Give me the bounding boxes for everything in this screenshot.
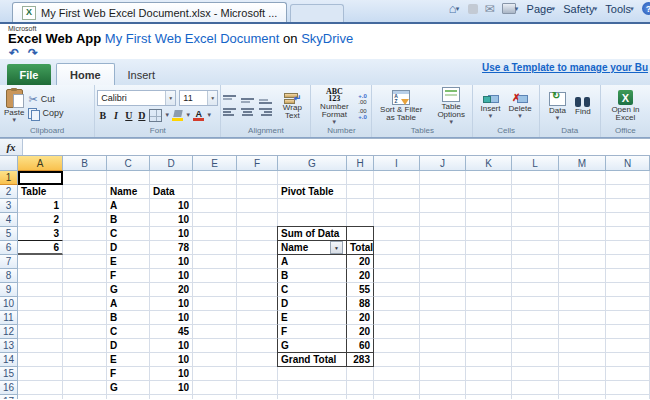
cell-C1[interactable] xyxy=(107,171,150,185)
cell-F3[interactable] xyxy=(237,199,278,213)
cell-H3[interactable] xyxy=(347,199,374,213)
cell-I9[interactable] xyxy=(374,283,420,297)
cell-D9[interactable]: 20 xyxy=(150,283,193,297)
cell-B7[interactable] xyxy=(63,255,107,269)
cell-M1[interactable] xyxy=(559,171,606,185)
cell-B6[interactable] xyxy=(63,241,107,255)
align-center-icon[interactable] xyxy=(241,108,254,117)
cell-D6[interactable]: 78 xyxy=(150,241,193,255)
cut-button[interactable]: ✂Cut xyxy=(26,93,65,105)
cell-M13[interactable] xyxy=(559,339,606,353)
cell-B13[interactable] xyxy=(63,339,107,353)
cell-G4[interactable] xyxy=(278,213,347,227)
cell-J12[interactable] xyxy=(420,325,466,339)
cell-N7[interactable] xyxy=(606,255,650,269)
cell-G13[interactable]: G xyxy=(277,339,347,353)
cell-L3[interactable] xyxy=(512,199,559,213)
cell-I2[interactable] xyxy=(374,185,420,199)
cell-F9[interactable] xyxy=(237,283,278,297)
cell-K1[interactable] xyxy=(466,171,512,185)
cell-F5[interactable] xyxy=(237,227,278,241)
cell-A13[interactable] xyxy=(18,339,63,353)
cell-B16[interactable] xyxy=(63,381,107,395)
cell-M8[interactable] xyxy=(559,269,606,283)
cell-A14[interactable] xyxy=(18,353,63,367)
cell-K15[interactable] xyxy=(466,367,512,381)
row-header-9[interactable]: 9 xyxy=(0,283,18,297)
row-header-2[interactable]: 2 xyxy=(0,185,18,199)
bold-button[interactable]: B xyxy=(97,110,108,121)
cell-A12[interactable] xyxy=(18,325,63,339)
row-header-3[interactable]: 3 xyxy=(0,199,18,213)
cell-I5[interactable] xyxy=(374,227,420,241)
cell-D14[interactable]: 10 xyxy=(150,353,193,367)
row-header-15[interactable]: 15 xyxy=(0,367,18,381)
cell-N4[interactable] xyxy=(606,213,650,227)
cell-D3[interactable]: 10 xyxy=(150,199,193,213)
cell-H6[interactable]: Total xyxy=(347,241,374,255)
cell-I14[interactable] xyxy=(374,353,420,367)
cell-J2[interactable] xyxy=(420,185,466,199)
cell-K8[interactable] xyxy=(466,269,512,283)
cell-A9[interactable] xyxy=(18,283,63,297)
cell-A6[interactable]: 6 xyxy=(18,241,63,255)
cell-E13[interactable] xyxy=(193,339,237,353)
feed-button[interactable] xyxy=(468,4,478,14)
cell-N12[interactable] xyxy=(606,325,650,339)
cell-E3[interactable] xyxy=(193,199,237,213)
cell-C17[interactable] xyxy=(107,395,150,399)
cell-C12[interactable]: C xyxy=(107,325,150,339)
cell-I13[interactable] xyxy=(374,339,420,353)
cell-M6[interactable] xyxy=(559,241,606,255)
row-header-10[interactable]: 10 xyxy=(0,297,18,311)
cell-B17[interactable] xyxy=(63,395,107,399)
cell-G5[interactable]: Sum of Data xyxy=(277,226,347,241)
tab-home[interactable]: Home xyxy=(56,63,115,85)
align-middle-icon[interactable] xyxy=(241,95,254,104)
cell-M14[interactable] xyxy=(559,353,606,367)
cell-A4[interactable]: 2 xyxy=(18,213,63,227)
cell-I6[interactable] xyxy=(374,241,420,255)
cell-F14[interactable] xyxy=(237,353,278,367)
row-header-7[interactable]: 7 xyxy=(0,255,18,269)
decrease-decimal-button[interactable]: .00+.0 xyxy=(357,108,368,120)
column-header-E[interactable]: E xyxy=(193,156,237,171)
row-header-4[interactable]: 4 xyxy=(0,213,18,227)
tab-insert[interactable]: Insert xyxy=(115,64,169,85)
align-top-icon[interactable] xyxy=(223,95,236,104)
cell-C10[interactable]: A xyxy=(107,297,150,311)
cell-K3[interactable] xyxy=(466,199,512,213)
cell-I7[interactable] xyxy=(374,255,420,269)
column-header-G[interactable]: G xyxy=(278,156,347,171)
font-name-combo[interactable]: Calibri▼ xyxy=(97,90,176,106)
cell-M2[interactable] xyxy=(559,185,606,199)
cell-K16[interactable] xyxy=(466,381,512,395)
cell-D1[interactable] xyxy=(150,171,193,185)
cell-L14[interactable] xyxy=(512,353,559,367)
cell-A8[interactable] xyxy=(18,269,63,283)
cell-G10[interactable]: D xyxy=(277,297,347,311)
align-right-icon[interactable] xyxy=(259,108,272,117)
cell-L9[interactable] xyxy=(512,283,559,297)
formula-input[interactable] xyxy=(23,139,650,155)
cell-H17[interactable] xyxy=(347,395,374,399)
wrap-text-button[interactable]: ↵ Wrap Text xyxy=(276,93,308,120)
cell-A11[interactable] xyxy=(18,311,63,325)
open-in-excel-button[interactable]: X Open in Excel xyxy=(603,90,647,122)
cell-N5[interactable] xyxy=(606,227,650,241)
cell-D7[interactable]: 10 xyxy=(150,255,193,269)
browser-new-tab[interactable] xyxy=(290,4,344,22)
cell-K11[interactable] xyxy=(466,311,512,325)
cell-N1[interactable] xyxy=(606,171,650,185)
cell-L4[interactable] xyxy=(512,213,559,227)
row-header-8[interactable]: 8 xyxy=(0,269,18,283)
cell-K12[interactable] xyxy=(466,325,512,339)
cell-C3[interactable]: A xyxy=(107,199,150,213)
cell-A1[interactable] xyxy=(18,171,63,185)
cell-F17[interactable] xyxy=(237,395,278,399)
cell-C15[interactable]: F xyxy=(107,367,150,381)
cell-J11[interactable] xyxy=(420,311,466,325)
browser-tab[interactable]: X My First Web Excel Document.xlsx - Mic… xyxy=(12,2,287,22)
cell-E1[interactable] xyxy=(193,171,237,185)
row-header-1[interactable]: 1 xyxy=(0,171,18,185)
